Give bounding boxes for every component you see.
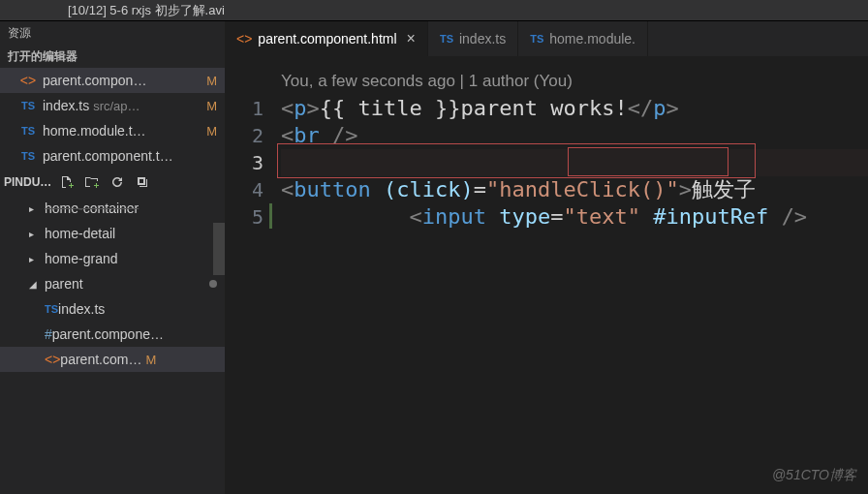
watermark: @51CTO博客: [772, 467, 856, 484]
folder-label: parent: [45, 276, 83, 292]
editor-area: <> parent.component.html × TS index.ts T…: [225, 21, 868, 494]
chevron-right-icon: ▸: [29, 254, 41, 264]
file-name: parent.component.t…: [43, 148, 217, 164]
tab-parent-component-html[interactable]: <> parent.component.html ×: [225, 21, 428, 56]
file-parent-scss[interactable]: # parent.compone…: [0, 322, 225, 347]
file-parent-component-html[interactable]: <> parent.com… M: [0, 347, 225, 372]
git-status: M: [145, 353, 156, 367]
editor-item-parent-component-ts[interactable]: TS parent.component.t…: [0, 143, 225, 169]
ts-file-icon: TS: [530, 33, 543, 45]
code-content[interactable]: You, a few seconds ago | 1 author (You) …: [281, 68, 868, 494]
open-editors-header[interactable]: 打开的编辑器: [0, 45, 225, 68]
resources-header: 资源: [0, 21, 225, 45]
collapse-all-icon[interactable]: [133, 172, 152, 192]
file-label: parent.compone…: [52, 326, 164, 342]
tab-label: home.module.: [549, 31, 636, 46]
file-name: index.ts src/ap…: [43, 98, 202, 113]
chevron-right-icon: ▸: [29, 203, 41, 214]
tab-index-ts[interactable]: TS index.ts: [428, 21, 518, 56]
ts-file-icon: TS: [19, 150, 37, 162]
editor-tabs: <> parent.component.html × TS index.ts T…: [225, 21, 868, 56]
file-name: home.module.t…: [43, 123, 202, 139]
close-icon[interactable]: ×: [407, 30, 416, 47]
modified-dot-icon: [209, 280, 217, 288]
code-editor[interactable]: 1 2 3 4 5 You, a few seconds ago | 1 aut…: [225, 56, 868, 494]
editor-item-index-ts[interactable]: TS index.ts src/ap… M: [0, 93, 225, 118]
chevron-down-icon: ◢: [29, 279, 41, 290]
git-blame-annotation: You, a few seconds ago | 1 author (You): [281, 68, 868, 95]
editor-item-home-module[interactable]: TS home.module.t… M: [0, 118, 225, 143]
git-status: M: [206, 99, 217, 113]
folder-home-detail[interactable]: ▸ home-detail: [0, 221, 225, 246]
editor-item-parent-component[interactable]: <> parent.compon… M: [0, 68, 225, 93]
code-line-3[interactable]: <input type="text" #inputRef />: [281, 149, 868, 176]
folder-header[interactable]: PINDU…: [0, 169, 225, 196]
tab-label: parent.component.html: [258, 31, 396, 46]
sidebar-scrollbar[interactable]: [213, 223, 225, 275]
code-line-1[interactable]: <p>{{ title }}parent works!</p>: [281, 95, 868, 122]
folder-parent[interactable]: ◢ parent: [0, 271, 225, 296]
folder-label: home-container: [45, 201, 139, 216]
ts-file-icon: TS: [19, 125, 37, 137]
ts-file-icon: TS: [19, 100, 37, 111]
file-index-ts[interactable]: TS index.ts: [0, 296, 225, 322]
folder-home-grand[interactable]: ▸ home-grand: [0, 246, 225, 271]
refresh-icon[interactable]: [108, 172, 127, 192]
folder-label: home-grand: [45, 251, 118, 266]
html-file-icon: <>: [236, 31, 252, 46]
html-file-icon: <>: [19, 73, 37, 88]
line-gutter: 1 2 3 4 5: [225, 68, 281, 494]
window-title: [10/12] 5-6 rxjs 初步了解.avi: [0, 0, 868, 21]
highlight-box-input-ref: [568, 147, 728, 176]
current-line-indicator: [269, 203, 272, 229]
chevron-right-icon: ▸: [29, 229, 41, 239]
new-file-icon[interactable]: [57, 172, 77, 192]
sidebar: 资源 打开的编辑器 <> parent.compon… M TS index.t…: [0, 21, 225, 494]
hash-file-icon: #: [45, 326, 52, 342]
git-status: M: [206, 124, 217, 139]
tab-home-module[interactable]: TS home.module.: [518, 21, 648, 56]
git-status: M: [206, 74, 217, 88]
html-file-icon: <>: [45, 352, 60, 367]
tab-label: index.ts: [459, 31, 506, 46]
folder-label: home-detail: [45, 226, 115, 241]
file-label: parent.com…: [60, 352, 141, 367]
ts-file-icon: TS: [45, 303, 58, 315]
ts-file-icon: TS: [440, 33, 453, 45]
folder-home-container[interactable]: ▸ home-container: [0, 196, 225, 221]
file-label: index.ts: [58, 301, 105, 317]
new-folder-icon[interactable]: [82, 172, 102, 192]
file-name: parent.compon…: [43, 73, 202, 88]
